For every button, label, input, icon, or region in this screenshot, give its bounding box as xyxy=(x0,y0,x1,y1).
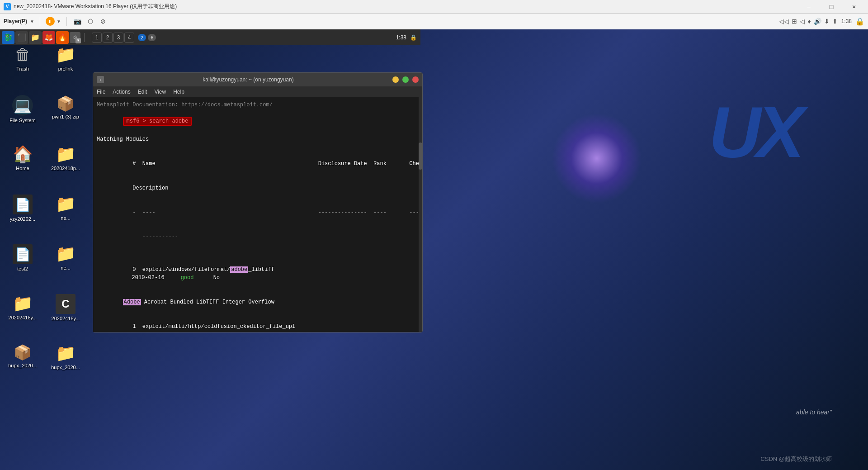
kali-systray: 1:38 🔒 xyxy=(392,29,420,45)
terminal-menu-help[interactable]: Help xyxy=(173,89,184,95)
lock-icon[interactable]: 🔒 xyxy=(855,17,864,26)
vmware-title-area: V new_20202418- VMware Workstation 16 Pl… xyxy=(4,3,177,10)
terminal-menu: File Actions Edit View Help xyxy=(93,86,422,97)
terminal-close-btn[interactable] xyxy=(412,76,419,83)
minimize-button[interactable]: − xyxy=(798,0,819,14)
kali-settings-icon[interactable]: ⚙ ▼ xyxy=(70,32,80,43)
terminal-blank-2 xyxy=(97,249,419,257)
desktop-icon-trash[interactable]: 🗑 Trash xyxy=(5,45,41,71)
kali-tab-numbers: 1 2 3 4 xyxy=(92,33,134,43)
systray-icon-3[interactable]: ◁ xyxy=(800,18,805,25)
terminal-module-1-name: 1 exploit/multi/http/coldfusion_ckeditor… xyxy=(97,314,419,332)
systray-icon-4[interactable]: ♦ xyxy=(807,18,811,25)
systray-icon-1[interactable]: ◁◁ xyxy=(779,18,789,25)
kali-terminal-icon[interactable]: ⬛ xyxy=(15,31,28,44)
terminal-menu-file[interactable]: File xyxy=(97,89,105,95)
desktop-icon-prelink00b[interactable]: 📄 test2 xyxy=(5,244,41,271)
badge-6: 6 xyxy=(148,34,156,41)
desktop-icon-upx2418[interactable]: 📄 yzy20202... xyxy=(5,195,41,222)
kali-lock-icon[interactable]: 🔒 xyxy=(410,34,417,41)
desktop-icon-prelink[interactable]: 📁 prelink xyxy=(47,45,84,71)
terminal-matching-header: Matching Modules xyxy=(97,135,419,143)
terminal-window-controls xyxy=(392,76,419,83)
terminal-sep-2: ----------- xyxy=(97,225,419,249)
terminal-command-line: msf6 > search adobe xyxy=(97,109,419,133)
desktop-icon-20202418yb[interactable]: 📦 hupx_2020... xyxy=(5,344,41,368)
vmware-icon: V xyxy=(4,3,11,10)
tab-1-button[interactable]: 1 xyxy=(92,33,102,43)
systray-icon-2[interactable]: ⊞ xyxy=(792,18,797,25)
snapshot-icon[interactable]: 📷 xyxy=(72,16,83,27)
desktop-icon-filesystem[interactable]: 💻 File System xyxy=(5,95,41,123)
pause-dropdown[interactable]: ▼ xyxy=(57,19,61,24)
terminal-menu-actions[interactable]: Actions xyxy=(113,89,130,95)
desktop-icon-test3[interactable]: 📁 20202418y... xyxy=(5,294,41,320)
desktop-icon-20202418y[interactable]: C 20202418y... xyxy=(47,294,84,321)
terminal-blank xyxy=(97,143,419,152)
terminal-table-header: # Name Disclosure Date Rank Check xyxy=(97,152,419,176)
desktop: UX able to hear" CSDN @超高校级的划水师 🗑 Trash … xyxy=(0,0,868,470)
desktop-icon-pwn1zip[interactable]: 📦 pwn1 (3).zip xyxy=(47,95,84,119)
pause-control: ⏸ ▼ xyxy=(46,17,61,26)
terminal-module-0-name: 0 exploit/windows/fileformat/adobe_libti… xyxy=(97,257,419,290)
systray-icons: ◁◁ ⊞ ◁ ♦ 🔊 ⬇ ⬆ xyxy=(779,18,837,25)
scrollbar-thumb[interactable] xyxy=(419,142,422,170)
terminal-menu-edit[interactable]: Edit xyxy=(138,89,147,95)
terminal-maximize-btn[interactable] xyxy=(402,76,409,83)
kali-time: 1:38 xyxy=(396,34,406,41)
tab-2-button[interactable]: 2 xyxy=(103,33,113,43)
pause-icon[interactable]: ⏸ xyxy=(46,17,55,26)
kali-files-icon[interactable]: 📁 xyxy=(29,31,42,44)
usb-icon[interactable]: ⊘ xyxy=(98,16,108,27)
terminal-window: T kali@yuzongyuan: ~ (on yuzongyuan) Fil… xyxy=(93,72,423,332)
terminal-module-0-desc: Adobe Acrobat Bundled LibTIFF Integer Ov… xyxy=(97,290,419,314)
toolbar-icons: 📷 ⬡ ⊘ xyxy=(72,16,108,27)
kali-browser-icon[interactable]: 🦊 xyxy=(42,31,55,44)
window-controls: − □ × xyxy=(798,0,864,14)
terminal-menu-view[interactable]: View xyxy=(154,89,166,95)
desktop-icon-20202418p[interactable]: 📁 20202418p... xyxy=(47,145,84,171)
kali-badges: 2 6 xyxy=(138,34,156,41)
close-button[interactable]: × xyxy=(844,0,864,14)
terminal-doc-line: Metasploit Documentation: https://docs.m… xyxy=(97,101,419,109)
ux-decoration: UX xyxy=(709,90,800,174)
kali-fire-icon[interactable]: 🔥 xyxy=(56,31,69,44)
terminal-title-text: kali@yuzongyuan: ~ (on yuzongyuan) xyxy=(203,76,293,83)
terminal-command-highlight: msf6 > search adobe xyxy=(123,117,192,126)
taskbar-sep xyxy=(84,33,85,42)
vmware-systray: ◁◁ ⊞ ◁ ♦ 🔊 ⬇ ⬆ 1:38 🔒 xyxy=(779,14,864,29)
tab-3-button[interactable]: 3 xyxy=(113,33,123,43)
maximize-button[interactable]: □ xyxy=(821,0,842,14)
desktop-icon-yzy20202[interactable]: 📁 ne... xyxy=(47,195,84,221)
kali-dragon-icon[interactable]: 🐉 xyxy=(2,31,14,44)
terminal-icon: T xyxy=(97,76,104,83)
light-orb xyxy=(552,113,642,204)
settings-icon[interactable]: ⬡ xyxy=(85,16,96,27)
desktop-icon-hupx2020[interactable]: 📁 hupx_2020... xyxy=(47,344,84,370)
terminal-titlebar: T kali@yuzongyuan: ~ (on yuzongyuan) xyxy=(93,73,422,86)
terminal-minimize-btn[interactable] xyxy=(392,76,399,83)
terminal-body[interactable]: Metasploit Documentation: https://docs.m… xyxy=(93,97,422,332)
watermark: CSDN @超高校级的划水师 xyxy=(760,455,832,463)
toolbar-separator-2 xyxy=(66,17,67,26)
desktop-icon-home[interactable]: 🏠 Home xyxy=(5,145,41,171)
scrollbar-track[interactable] xyxy=(419,97,422,332)
vmware-title-text: new_20202418- VMware Workstation 16 Play… xyxy=(14,3,177,10)
quote-decoration: able to hear" xyxy=(796,408,832,416)
systray-icon-6[interactable]: ⬇ xyxy=(824,18,830,25)
systray-icon-7[interactable]: ⬆ xyxy=(832,18,838,25)
terminal-table-desc-header: Description xyxy=(97,176,419,200)
systray-icon-5[interactable]: 🔊 xyxy=(814,18,821,25)
systray-time: 1:38 xyxy=(841,18,852,24)
player-menu-area: Player(P) ▼ xyxy=(4,18,34,24)
tab-4-button[interactable]: 4 xyxy=(124,33,134,43)
player-label: Player(P) xyxy=(4,18,27,24)
vmware-toolbar: Player(P) ▼ ⏸ ▼ 📷 ⬡ ⊘ ◁◁ ⊞ ◁ ♦ 🔊 ⬇ ⬆ 1:3… xyxy=(0,14,868,29)
player-dropdown-arrow[interactable]: ▼ xyxy=(30,19,34,24)
terminal-sep-1: - ---- --------------- ---- ----- xyxy=(97,200,419,225)
kali-task-icons: 🐉 ⬛ 📁 🦊 🔥 ⚙ ▼ xyxy=(2,31,80,44)
kali-taskbar: 🐉 ⬛ 📁 🦊 🔥 ⚙ ▼ 1 2 3 4 2 6 1: xyxy=(0,29,420,45)
toolbar-separator-1 xyxy=(40,17,40,26)
vmware-titlebar: V new_20202418- VMware Workstation 16 Pl… xyxy=(0,0,868,14)
desktop-icon-test2[interactable]: 📁 ne... xyxy=(47,244,84,271)
